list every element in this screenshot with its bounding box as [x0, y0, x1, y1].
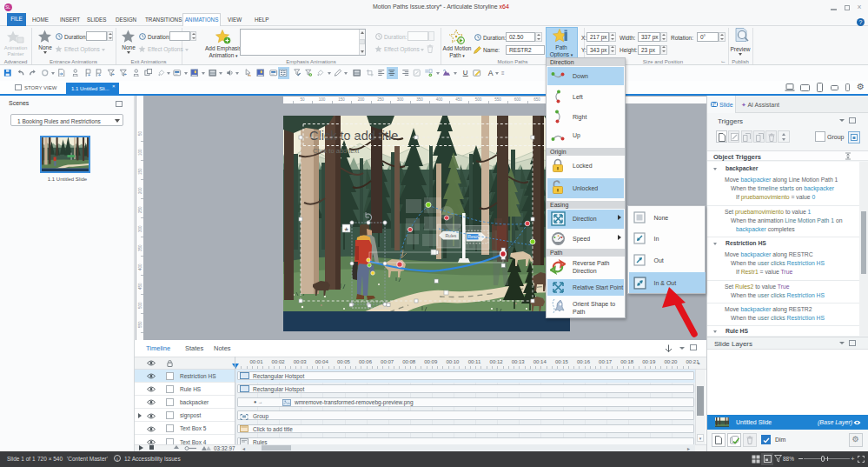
svg-text:Click to add title: Click to add title [309, 129, 398, 143]
svg-text:★: ★ [344, 226, 349, 232]
svg-text:A: A [488, 69, 494, 77]
svg-text:Restri: Restri [468, 235, 480, 239]
svg-text:Click to add text: Click to add text [313, 147, 360, 155]
svg-text:Rules: Rules [446, 233, 457, 238]
svg-text:U: U [463, 69, 468, 77]
